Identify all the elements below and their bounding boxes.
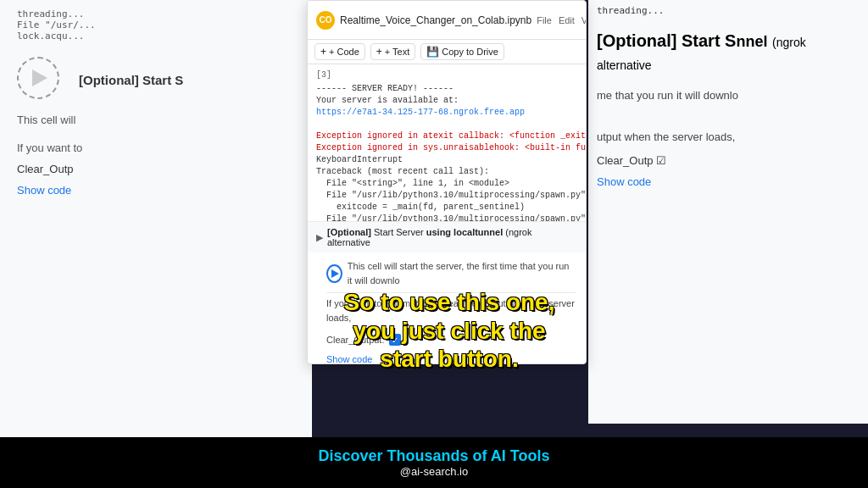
output-server-ready: ------ SERVER READY! ------ (316, 83, 577, 95)
colab-menu: File Edit View Insert Runtime Tools Help… (537, 6, 587, 34)
bg-show-code[interactable]: Show code (17, 184, 295, 197)
annotation-line3: start button. (314, 345, 585, 374)
output-blank1 (316, 119, 577, 130)
annotation-line2: you just click the (314, 317, 585, 346)
menu-file[interactable]: File (537, 15, 552, 25)
banner-handle: @ai-search.io (400, 465, 468, 478)
output-traceback: Traceback (most recent call last): (316, 166, 577, 178)
output-exception2: Exception ignored in sys.unraisablehook:… (316, 142, 577, 154)
add-text-button[interactable]: + + Text (370, 43, 415, 60)
text-icon: + (376, 46, 382, 58)
bg-right-show-code[interactable]: Show code (588, 171, 868, 192)
output-file2: File "/usr/lib/python3.10/multiprocessin… (316, 190, 577, 202)
copy-to-drive-button[interactable]: 💾 Copy to Drive (420, 43, 504, 60)
plus-icon: + (320, 46, 326, 58)
play-icon-bg (32, 69, 47, 86)
add-text-label: + Text (385, 47, 409, 57)
bg-code-line1: threading... (17, 8, 295, 19)
output-exitcode: exitcode = _main(fd, parent_sentinel) (316, 202, 577, 214)
optional-cell-header[interactable]: ▶ [Optional] Start Server using localtun… (308, 221, 586, 252)
menu-view[interactable]: View (581, 15, 587, 25)
output-server-available: Your server is available at: (316, 95, 577, 107)
bg-right-code: threading... (588, 0, 868, 21)
output-exception1: Exception ignored in atexit callback: <f… (316, 130, 577, 142)
bg-right-panel: threading... [Optional] Start Snnel (ngr… (588, 0, 868, 424)
drive-icon: 💾 (426, 46, 439, 58)
optional-cell-label: [Optional] Start Server using localtunne… (327, 227, 577, 247)
bg-optional-text: [Optional] Start S (79, 71, 183, 89)
output-keyboard1: KeyboardInterrupt (316, 154, 577, 166)
output-file3: File "/usr/lib/python3.10/multiprocessin… (316, 214, 577, 221)
play-button-bg[interactable] (17, 57, 59, 99)
annotation-overlay: So to use this one, you just click the s… (314, 288, 585, 374)
output-file1: File "<string>", line 1, in <module> (316, 178, 577, 190)
colab-logo: CO (316, 11, 335, 30)
bg-code-line3: lock.acqu... (17, 30, 295, 42)
menu-edit[interactable]: Edit (559, 15, 575, 25)
colab-topbar: CO Realtime_Voice_Changer_on_Colab.ipynb… (308, 1, 586, 40)
annotation-line1: So to use this one, (314, 288, 585, 317)
cell-number: [3] (316, 69, 331, 81)
drive-label: Copy to Drive (442, 47, 498, 57)
add-code-button[interactable]: + + Code (314, 43, 365, 60)
bg-clear-output: Clear_Outp (17, 163, 295, 175)
add-code-label: + Code (329, 47, 359, 57)
bg-left-code: threading... File "/usr/... lock.acqu... (0, 0, 312, 50)
bg-extra-text: If you want to (17, 141, 295, 154)
run-button[interactable] (326, 264, 342, 283)
bg-right-optional-heading: [Optional] Start Snnel (ngrok alternativ… (588, 21, 868, 82)
banner-title: Discover Thousands of AI Tools (318, 447, 549, 465)
bg-cell-desc: This cell will (17, 112, 295, 129)
run-icon (331, 269, 339, 278)
bg-right-code1: threading... (597, 4, 860, 17)
bg-left-panel: threading... File "/usr/... lock.acqu...… (0, 0, 312, 488)
run-button-row: This cell will start the server, the fir… (326, 259, 576, 287)
cell-description: This cell will start the server, the fir… (348, 259, 576, 287)
expand-arrow-icon: ▶ (316, 232, 323, 243)
bottom-banner: Discover Thousands of AI Tools @ai-searc… (0, 437, 868, 488)
bg-right-para2: utput when the server loads, (588, 125, 868, 150)
bg-right-para: me that you run it will downlo (588, 83, 868, 108)
bg-right-clear: Clear_Outp ☑ (588, 150, 868, 171)
bg-code-line2: File "/usr/... (17, 19, 295, 30)
output-ngrok-link[interactable]: https://e7a1-34.125-177-68.ngrok.free.ap… (316, 107, 577, 119)
colab-output: [3] ------ SERVER READY! ------ Your ser… (308, 64, 586, 221)
colab-filename: Realtime_Voice_Changer_on_Colab.ipynb (340, 14, 531, 26)
colab-toolbar: + + Code + + Text 💾 Copy to Drive (308, 40, 586, 64)
